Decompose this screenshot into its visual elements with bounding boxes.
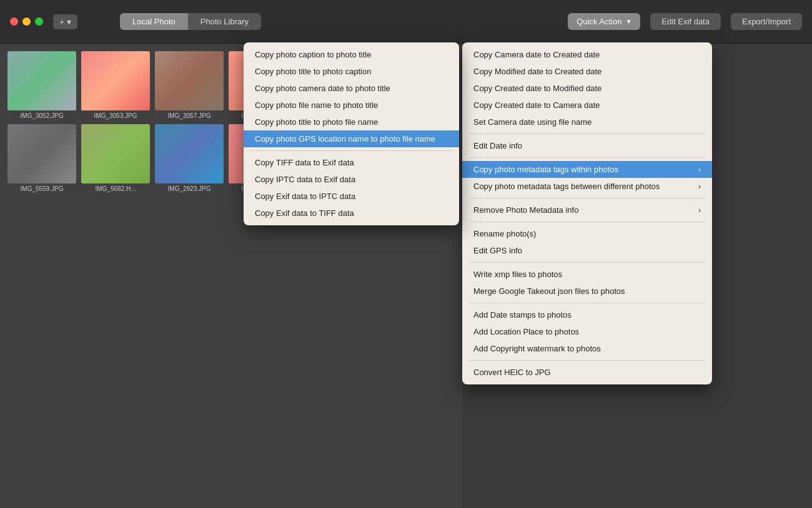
quick-action-button[interactable]: Quick Action ▼ [568,13,640,30]
menu-item-label: Rename photo(s) [473,229,536,238]
minimize-button[interactable] [22,17,31,26]
sub-menu-item-label: Copy photo file name to photo title [255,100,378,110]
menu-item[interactable]: Merge Google Takeout json files to photo… [462,283,712,300]
sub-menu-item-label: Copy photo caption to photo title [255,50,371,59]
photo-label: IMG_5559.JPG [21,185,64,192]
menu-item-label: Convert HEIC to JPG [473,368,551,377]
menu-item-label: Write xmp files to photos [473,270,562,279]
menu-item[interactable]: Add Date stamps to photos [462,306,712,323]
menu-item-label: Copy photo metadata tags between differe… [473,182,660,191]
menu-item-label: Edit GPS info [473,246,522,255]
menu-item[interactable]: Write xmp files to photos [462,266,712,283]
quick-action-menu: Copy Camera date to Created dateCopy Mod… [462,42,712,384]
menu-item[interactable]: Copy Camera date to Created date [462,46,712,63]
menu-divider [468,222,706,222]
menu-item-label: Merge Google Takeout json files to photo… [473,286,625,296]
photo-label: IMG_2923.JPG [168,185,211,192]
menu-item-label: Copy Modified date to Created date [473,67,602,76]
menu-divider [468,303,706,303]
title-bar: + ▾ Local Photo Photo Library Quick Acti… [0,0,812,44]
close-button[interactable] [10,17,18,26]
photo-item[interactable]: IMG_5559.JPG [7,124,76,192]
photo-thumbnail [155,51,224,110]
menu-divider [468,262,706,263]
menu-item-label: Add Copyright watermark to photos [473,344,601,353]
sub-menu-item[interactable]: Copy photo caption to photo title [244,46,459,63]
chevron-right-icon: › [698,206,701,215]
photo-label: IMG_3052.JPG [21,112,64,119]
sub-menu-item-label: Copy Exif data to IPTC data [255,192,355,201]
photo-item[interactable]: IMG_2923.JPG [155,124,224,192]
sub-menu-item-label: Copy TIFF data to Exif data [255,158,354,167]
chevron-down-icon: ▼ [625,18,631,25]
tab-group: Local Photo Photo Library [120,13,261,30]
sub-menu-item-label: Copy photo camera date to photo title [255,84,390,93]
menu-divider [250,150,453,151]
menu-item[interactable]: Convert HEIC to JPG [462,364,712,381]
menu-item[interactable]: Rename photo(s) [462,225,712,242]
photo-item[interactable]: IMG_3053.JPG [81,51,150,119]
menu-item[interactable]: Copy Modified date to Created date [462,63,712,80]
menu-item-label: Copy Created date to Camera date [473,100,600,110]
menu-item-label: Add Location Place to photos [473,327,579,336]
menu-item-label: Remove Photo Metadata info [473,205,578,215]
menu-item[interactable]: Add Location Place to photos [462,323,712,340]
photo-label: IMG_3057.JPG [168,112,211,119]
photo-thumbnail [81,124,150,183]
menu-divider [468,134,706,134]
sub-menu: Copy photo caption to photo titleCopy ph… [244,42,459,225]
menu-item-label: Add Date stamps to photos [473,310,572,320]
sub-menu-item-label: Copy photo GPS location name to photo fi… [255,134,435,144]
sub-menu-item-label: Copy photo title to photo caption [255,67,371,76]
export-import-button[interactable]: Export/Import [731,13,802,30]
photo-thumbnail [7,124,76,183]
sub-menu-item[interactable]: Copy photo title to photo file name [244,114,459,130]
menu-item[interactable]: Copy Created date to Modified date [462,80,712,97]
add-button[interactable]: + ▾ [53,14,77,29]
menu-divider [468,360,706,361]
menu-item[interactable]: Copy photo metadata tags between differe… [462,178,712,195]
tab-photo-library[interactable]: Photo Library [188,13,261,30]
sub-menu-item-label: Copy photo title to photo file name [255,117,378,127]
sub-menu-item[interactable]: Copy photo file name to photo title [244,97,459,114]
photo-label: IMG_5682.H... [95,185,136,192]
traffic-lights [10,17,43,26]
fullscreen-button[interactable] [35,17,43,26]
photo-thumbnail [7,51,76,110]
menu-item-label: Set Camera date using file name [473,117,592,127]
menu-divider [468,198,706,198]
photo-item[interactable]: IMG_5682.H... [81,124,150,192]
menu-item-label: Copy photo metadata tags within photos [473,165,618,174]
chevron-right-icon: › [698,165,701,174]
menu-item[interactable]: Edit GPS info [462,242,712,259]
photo-thumbnail [155,124,224,183]
sub-menu-item[interactable]: Copy photo GPS location name to photo fi… [244,130,459,147]
sub-menu-item[interactable]: Copy photo title to photo caption [244,63,459,80]
menu-item[interactable]: Edit Date info [462,137,712,154]
sub-menu-item[interactable]: Copy TIFF data to Exif data [244,154,459,171]
tab-local-photo[interactable]: Local Photo [120,13,188,30]
menu-item[interactable]: Set Camera date using file name [462,114,712,130]
sub-menu-item-label: Copy IPTC data to Exif data [255,175,355,184]
menu-item-label: Copy Created date to Modified date [473,84,602,93]
menu-item[interactable]: Remove Photo Metadata info› [462,202,712,218]
menu-divider [468,157,706,158]
chevron-right-icon: › [698,182,701,191]
sub-menu-item[interactable]: Copy photo camera date to photo title [244,80,459,97]
edit-exif-button[interactable]: Edit Exif data [650,13,721,30]
sub-menu-item-label: Copy Exif data to TIFF data [255,208,354,218]
menu-item[interactable]: Copy Created date to Camera date [462,97,712,114]
photo-thumbnail [81,51,150,110]
photo-item[interactable]: IMG_3052.JPG [7,51,76,119]
photo-label: IMG_3053.JPG [94,112,137,119]
photo-item[interactable]: IMG_3057.JPG [155,51,224,119]
sub-menu-item[interactable]: Copy IPTC data to Exif data [244,171,459,188]
menu-item[interactable]: Copy photo metadata tags within photos› [462,161,712,178]
menu-item[interactable]: Add Copyright watermark to photos [462,340,712,357]
sub-menu-item[interactable]: Copy Exif data to TIFF data [244,205,459,222]
menu-item-label: Copy Camera date to Created date [473,50,600,59]
sub-menu-item[interactable]: Copy Exif data to IPTC data [244,188,459,205]
menu-item-label: Edit Date info [473,141,522,150]
